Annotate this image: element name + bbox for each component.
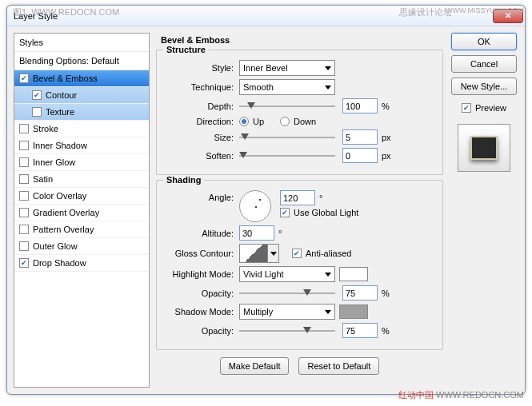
styles-list: Styles Blending Options: Default ✔Bevel … bbox=[14, 33, 150, 388]
checkbox-icon[interactable] bbox=[32, 107, 42, 117]
layer-style-dialog: Layer Style ✕ Styles Blending Options: D… bbox=[6, 5, 526, 395]
gloss-contour-swatch[interactable] bbox=[239, 244, 268, 263]
shadow-color-swatch[interactable] bbox=[339, 304, 368, 319]
sidebar-item-bevel-emboss[interactable]: ✔Bevel & Emboss bbox=[14, 70, 149, 87]
depth-slider[interactable] bbox=[239, 101, 335, 112]
sidebar-item-texture[interactable]: Texture bbox=[14, 104, 149, 121]
structure-group: Structure Style: Inner Bevel Technique: … bbox=[156, 50, 443, 175]
sidebar-item-contour[interactable]: ✔Contour bbox=[14, 87, 149, 104]
global-light-checkbox[interactable]: ✔ bbox=[280, 208, 290, 217]
direction-down-radio[interactable] bbox=[280, 117, 290, 126]
preview-thumbnail bbox=[458, 124, 510, 172]
cancel-button[interactable]: Cancel bbox=[451, 55, 517, 73]
gloss-contour-label: Gloss Contour: bbox=[165, 249, 235, 258]
shadow-opacity-slider[interactable] bbox=[239, 325, 335, 336]
chevron-down-icon bbox=[325, 273, 331, 277]
reset-default-button[interactable]: Reset to Default bbox=[298, 357, 379, 375]
window-title: Layer Style bbox=[14, 11, 493, 21]
dialog-actions: OK Cancel New Style... ✔Preview bbox=[450, 33, 518, 388]
chevron-down-icon bbox=[270, 252, 277, 256]
shadow-mode-label: Shadow Mode: bbox=[165, 307, 235, 316]
checkbox-icon[interactable]: ✔ bbox=[19, 74, 29, 83]
close-button[interactable]: ✕ bbox=[493, 9, 523, 23]
size-slider[interactable] bbox=[239, 132, 335, 143]
checkbox-icon[interactable] bbox=[19, 157, 29, 167]
titlebar[interactable]: Layer Style ✕ bbox=[7, 6, 525, 26]
sidebar-item-inner-shadow[interactable]: Inner Shadow bbox=[14, 137, 149, 154]
sidebar-item-outer-glow[interactable]: Outer Glow bbox=[14, 238, 149, 255]
options-panel: Bevel & Emboss Structure Style: Inner Be… bbox=[156, 33, 443, 388]
anti-aliased-checkbox[interactable]: ✔ bbox=[292, 249, 302, 258]
preview-checkbox[interactable]: ✔ bbox=[462, 103, 471, 113]
sidebar-item-gradient-overlay[interactable]: Gradient Overlay bbox=[14, 205, 149, 221]
blending-options[interactable]: Blending Options: Default bbox=[14, 52, 149, 70]
soften-label: Soften: bbox=[165, 151, 235, 161]
shading-legend: Shading bbox=[163, 175, 204, 185]
style-dropdown[interactable]: Inner Bevel bbox=[239, 60, 335, 76]
depth-unit: % bbox=[382, 102, 390, 111]
altitude-input[interactable]: 30 bbox=[239, 225, 274, 241]
checkbox-icon[interactable] bbox=[19, 141, 29, 150]
sidebar-item-stroke[interactable]: Stroke bbox=[14, 121, 149, 137]
size-input[interactable]: 5 bbox=[342, 129, 378, 145]
sidebar-item-color-overlay[interactable]: Color Overlay bbox=[14, 188, 149, 205]
checkbox-icon[interactable]: ✔ bbox=[32, 90, 42, 100]
soften-input[interactable]: 0 bbox=[342, 148, 378, 163]
chevron-down-icon bbox=[325, 310, 331, 314]
technique-label: Technique: bbox=[165, 82, 235, 92]
highlight-opacity-label: Opacity: bbox=[165, 289, 235, 298]
shading-group: Shading Angle: 120° ✔Use Global Light Al… bbox=[156, 180, 443, 350]
depth-label: Depth: bbox=[165, 102, 235, 111]
sidebar-item-satin[interactable]: Satin bbox=[14, 171, 149, 188]
checkbox-icon[interactable] bbox=[19, 191, 29, 201]
chevron-down-icon bbox=[325, 86, 331, 90]
shadow-opacity-input[interactable]: 75 bbox=[342, 323, 378, 338]
ok-button[interactable]: OK bbox=[451, 33, 517, 50]
soften-unit: px bbox=[382, 151, 391, 161]
checkbox-icon[interactable] bbox=[19, 225, 29, 234]
soften-slider[interactable] bbox=[239, 150, 335, 161]
gloss-contour-dropdown[interactable] bbox=[268, 244, 279, 263]
new-style-button[interactable]: New Style... bbox=[451, 78, 517, 95]
checkbox-icon[interactable] bbox=[19, 124, 29, 133]
highlight-opacity-slider[interactable] bbox=[239, 288, 335, 299]
shadow-opacity-label: Opacity: bbox=[165, 326, 235, 336]
style-label: Style: bbox=[165, 63, 235, 73]
altitude-label: Altitude: bbox=[165, 229, 235, 238]
checkbox-icon[interactable] bbox=[19, 241, 29, 251]
shadow-mode-dropdown[interactable]: Multiply bbox=[239, 304, 335, 320]
checkbox-icon[interactable] bbox=[19, 174, 29, 184]
highlight-color-swatch[interactable] bbox=[339, 267, 368, 281]
sidebar-item-drop-shadow[interactable]: ✔Drop Shadow bbox=[14, 255, 149, 272]
structure-legend: Structure bbox=[163, 45, 209, 54]
technique-dropdown[interactable]: Smooth bbox=[239, 79, 335, 95]
size-unit: px bbox=[382, 133, 391, 142]
chevron-down-icon bbox=[325, 66, 331, 70]
highlight-mode-dropdown[interactable]: Vivid Light bbox=[239, 266, 335, 282]
styles-header[interactable]: Styles bbox=[14, 34, 149, 52]
make-default-button[interactable]: Make Default bbox=[220, 357, 290, 375]
angle-dial[interactable] bbox=[239, 190, 271, 222]
angle-label: Angle: bbox=[165, 190, 235, 202]
sidebar-item-inner-glow[interactable]: Inner Glow bbox=[14, 154, 149, 171]
direction-up-radio[interactable] bbox=[239, 117, 249, 126]
highlight-mode-label: Highlight Mode: bbox=[165, 269, 235, 279]
direction-label: Direction: bbox=[165, 117, 235, 126]
depth-input[interactable]: 100 bbox=[342, 98, 378, 113]
checkbox-icon[interactable] bbox=[19, 208, 29, 217]
checkbox-icon[interactable]: ✔ bbox=[19, 258, 29, 268]
sidebar-item-pattern-overlay[interactable]: Pattern Overlay bbox=[14, 221, 149, 238]
size-label: Size: bbox=[165, 133, 235, 142]
angle-input[interactable]: 120 bbox=[280, 190, 315, 205]
highlight-opacity-input[interactable]: 75 bbox=[342, 285, 378, 301]
